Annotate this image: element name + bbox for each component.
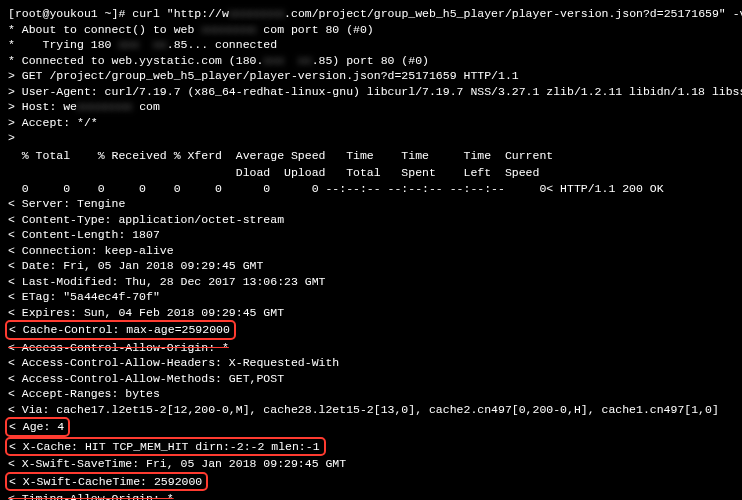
highlight-swift-cachetime: < X-Swift-CacheTime: 2592000 — [5, 472, 208, 492]
response-acah: < Access-Control-Allow-Headers: X-Reques… — [8, 355, 734, 371]
response-connection: < Connection: keep-alive — [8, 243, 734, 259]
text: > Host: we — [8, 100, 77, 113]
accept-header-line: > Accept: */* — [8, 115, 734, 131]
progress-row: 0 0 0 0 0 0 0 0 --:--:-- --:--:-- --:--:… — [8, 181, 734, 197]
response-age-wrap: < Age: 4 — [8, 417, 734, 437]
text: com port 80 (#0) — [256, 23, 373, 36]
redacted-host: xxxxxxxx — [201, 23, 256, 36]
text: .85... connected — [167, 38, 277, 51]
response-content-length: < Content-Length: 1807 — [8, 227, 734, 243]
response-accept-ranges: < Accept-Ranges: bytes — [8, 386, 734, 402]
command-line: [root@youkou1 ~]# curl "http://wxxxxxxxx… — [8, 6, 734, 22]
http-request-line: > GET /project/group_web_h5_player/playe… — [8, 68, 734, 84]
shell-prompt: [root@youkou1 ~]# — [8, 7, 132, 20]
response-expires: < Expires: Sun, 04 Feb 2018 09:29:45 GMT — [8, 305, 734, 321]
response-via: < Via: cache17.l2et15-2[12,200-0,M], cac… — [8, 402, 734, 418]
redacted-ip: xxx xx — [263, 54, 311, 67]
request-end-line: > — [8, 130, 734, 146]
text: * Connected to web.yystatic.com (180. — [8, 54, 263, 67]
response-xcache-wrap: < X-Cache: HIT TCP_MEM_HIT dirn:-2:-2 ml… — [8, 437, 734, 457]
response-content-type: < Content-Type: application/octet-stream — [8, 212, 734, 228]
host-header-line: > Host: wexxxxxxxx com — [8, 99, 734, 115]
response-acam: < Access-Control-Allow-Methods: GET,POST — [8, 371, 734, 387]
text: * Trying 180 — [8, 38, 118, 51]
highlight-x-cache: < X-Cache: HIT TCP_MEM_HIT dirn:-2:-2 ml… — [5, 437, 326, 457]
text: * About to connect() to web — [8, 23, 201, 36]
output-line: * Trying 180 xxx xx.85... connected — [8, 37, 734, 53]
highlight-cache-control: < Cache-Control: max-age=2592000 — [5, 320, 236, 340]
response-swift-savetime: < X-Swift-SaveTime: Fri, 05 Jan 2018 09:… — [8, 456, 734, 472]
response-etag: < ETag: "5a44ec4f-70f" — [8, 289, 734, 305]
redacted-host: xxxxxxxx — [229, 7, 284, 20]
highlight-age: < Age: 4 — [5, 417, 70, 437]
user-agent-line: > User-Agent: curl/7.19.7 (x86_64-redhat… — [8, 84, 734, 100]
response-last-modified: < Last-Modified: Thu, 28 Dec 2017 13:06:… — [8, 274, 734, 290]
output-line: * About to connect() to web xxxxxxxx com… — [8, 22, 734, 38]
response-date: < Date: Fri, 05 Jan 2018 09:29:45 GMT — [8, 258, 734, 274]
response-server: < Server: Tengine — [8, 196, 734, 212]
progress-header-2: Dload Upload Total Spent Left Speed — [8, 165, 734, 181]
response-swift-cachetime-wrap: < X-Swift-CacheTime: 2592000 — [8, 472, 734, 492]
response-cache-control-wrap: < Cache-Control: max-age=2592000 — [8, 320, 734, 340]
text: .85) port 80 (#0) — [312, 54, 429, 67]
progress-header-1: % Total % Received % Xferd Average Speed… — [8, 148, 734, 164]
text: com — [132, 100, 160, 113]
redacted-ip: xxx xx — [118, 38, 166, 51]
output-line: * Connected to web.yystatic.com (180.xxx… — [8, 53, 734, 69]
response-timing-allow-origin: < Timing-Allow-Origin: * — [8, 491, 734, 500]
cmd-part: curl "http://w — [132, 7, 229, 20]
cmd-part: .com/project/group_web_h5_player/player-… — [284, 7, 742, 20]
redacted-host: xxxxxxxx — [77, 100, 132, 113]
response-acao: < Access-Control-Allow-Origin: * — [8, 340, 734, 356]
